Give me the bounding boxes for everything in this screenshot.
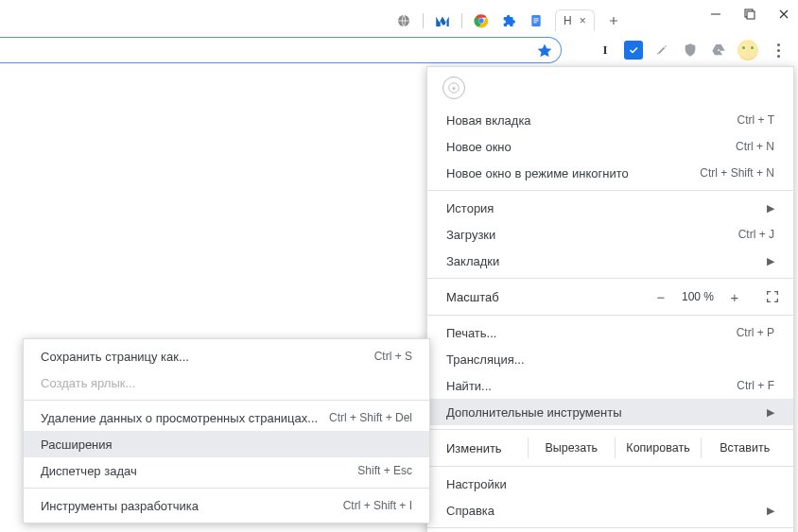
window-controls: [709, 8, 790, 21]
submenu-clear-data[interactable]: Удаление данных о просмотренных страница…: [24, 404, 429, 431]
svg-text:e: e: [452, 85, 455, 91]
menu-label: Трансляция...: [446, 352, 774, 367]
tab-divider: [423, 13, 424, 28]
menu-label: Новая вкладка: [446, 113, 737, 128]
globe-icon[interactable]: [395, 12, 412, 29]
menu-separator: [427, 190, 793, 191]
main-menu: e Новая вкладка Ctrl + T Новое окно Ctrl…: [426, 66, 794, 532]
ext-drive-icon[interactable]: [709, 41, 728, 60]
menu-more-tools[interactable]: Дополнительные инструменты ▶: [427, 399, 793, 425]
menu-separator: [427, 527, 793, 528]
main-menu-button[interactable]: [768, 40, 789, 60]
svg-point-2: [478, 18, 483, 23]
menu-cast[interactable]: Трансляция...: [427, 346, 793, 372]
edit-cut-button[interactable]: Вырезать: [528, 438, 615, 458]
menu-find[interactable]: Найти... Ctrl + F: [427, 372, 793, 399]
menu-separator: [24, 400, 429, 401]
submenu-task-manager[interactable]: Диспетчер задач Shift + Esc: [24, 457, 429, 484]
chrome-icon[interactable]: [473, 12, 490, 29]
submenu-save-page[interactable]: Сохранить страницу как... Ctrl + S: [24, 343, 429, 369]
menu-separator: [427, 315, 793, 316]
extension-status-icon[interactable]: e: [442, 77, 465, 99]
chevron-right-icon: ▶: [767, 406, 774, 419]
menu-new-tab[interactable]: Новая вкладка Ctrl + T: [427, 107, 793, 133]
ext-brush-icon[interactable]: [652, 41, 671, 60]
extension-puzzle-icon[interactable]: [500, 12, 517, 29]
submenu-more-tools: Сохранить страницу как... Ctrl + S Созда…: [23, 338, 430, 523]
menu-label: Найти...: [446, 379, 737, 393]
submenu-dev-tools[interactable]: Инструменты разработчика Ctrl + Shift + …: [24, 492, 429, 519]
menu-shortcut: Ctrl + P: [737, 326, 774, 339]
svg-rect-4: [533, 18, 538, 19]
malwarebytes-icon[interactable]: [434, 12, 451, 29]
menu-label: Сохранить страницу как...: [41, 350, 374, 364]
menu-label: Диспетчер задач: [41, 464, 357, 478]
menu-label: Закладки: [446, 254, 759, 268]
menu-shortcut: Ctrl + Shift + Del: [329, 411, 412, 424]
zoom-in-button[interactable]: +: [725, 289, 744, 305]
menu-label: Загрузки: [446, 228, 738, 242]
menu-edit-row: Изменить Вырезать Копировать Вставить: [427, 434, 793, 462]
chevron-right-icon: ▶: [767, 202, 774, 215]
fullscreen-icon[interactable]: [765, 289, 780, 304]
menu-shortcut: Shift + Esc: [357, 464, 412, 477]
menu-incognito[interactable]: Новое окно в режиме инкогнито Ctrl + Shi…: [427, 160, 793, 186]
chevron-right-icon: ▶: [767, 505, 774, 517]
menu-history[interactable]: История ▶: [427, 195, 793, 221]
new-tab-button[interactable]: [605, 12, 622, 29]
menu-label: Инструменты разработчика: [41, 499, 343, 513]
menu-label: Создать ярлык...: [41, 376, 412, 390]
ext-shield-icon[interactable]: [681, 41, 700, 60]
tab-strip: Н ×: [395, 9, 622, 31]
menu-label: Масштаб: [446, 290, 651, 304]
zoom-value: 100 %: [682, 290, 714, 303]
browser-toolbar: I: [596, 40, 789, 60]
menu-label: Дополнительные инструменты: [446, 405, 759, 420]
menu-label: История: [446, 201, 759, 215]
active-tab[interactable]: Н ×: [555, 9, 595, 31]
menu-label: Справка: [446, 504, 759, 518]
omnibox[interactable]: [0, 37, 562, 63]
menu-shortcut: Ctrl + N: [736, 140, 774, 153]
submenu-create-shortcut: Создать ярлык...: [24, 369, 429, 396]
menu-separator: [427, 429, 793, 430]
menu-label: Новое окно в режиме инкогнито: [446, 166, 700, 180]
menu-downloads[interactable]: Загрузки Ctrl + J: [427, 221, 793, 248]
bookmark-star-icon[interactable]: [536, 43, 553, 60]
menu-shortcut: Ctrl + J: [738, 228, 774, 241]
menu-zoom: Масштаб − 100 % +: [427, 283, 793, 311]
menu-label: Настройки: [446, 477, 774, 491]
edit-copy-button[interactable]: Копировать: [615, 438, 702, 458]
svg-rect-6: [533, 22, 536, 23]
close-window-button[interactable]: [777, 8, 790, 21]
menu-separator: [24, 488, 429, 489]
menu-shortcut: Ctrl + Shift + N: [700, 166, 774, 180]
menu-shortcut: Ctrl + Shift + I: [343, 499, 412, 512]
minimize-button[interactable]: [709, 8, 722, 21]
ext-letter-icon[interactable]: I: [596, 41, 615, 60]
menu-shortcut: Ctrl + S: [374, 350, 412, 363]
menu-print[interactable]: Печать... Ctrl + P: [427, 319, 793, 346]
menu-shortcut: Ctrl + F: [737, 379, 774, 392]
profile-avatar[interactable]: [737, 40, 758, 60]
active-tab-label: Н: [564, 14, 572, 27]
maximize-button[interactable]: [743, 8, 756, 21]
docs-icon[interactable]: [528, 12, 545, 29]
menu-help[interactable]: Справка ▶: [427, 497, 793, 523]
close-tab-icon[interactable]: ×: [580, 14, 586, 27]
menu-label: Изменить: [446, 441, 528, 455]
menu-label: Печать...: [446, 326, 737, 340]
svg-rect-5: [533, 20, 538, 21]
edit-paste-button[interactable]: Вставить: [701, 438, 788, 458]
menu-bookmarks[interactable]: Закладки ▶: [427, 248, 793, 274]
menu-separator: [427, 466, 793, 467]
menu-shortcut: Ctrl + T: [737, 113, 774, 127]
ext-check-icon[interactable]: [624, 41, 643, 60]
menu-label: Расширения: [41, 438, 412, 452]
menu-new-window[interactable]: Новое окно Ctrl + N: [427, 133, 793, 160]
chevron-right-icon: ▶: [767, 255, 774, 267]
zoom-out-button[interactable]: −: [651, 289, 670, 305]
submenu-extensions[interactable]: Расширения: [24, 431, 429, 457]
menu-label: Новое окно: [446, 140, 736, 154]
menu-settings[interactable]: Настройки: [427, 471, 793, 497]
